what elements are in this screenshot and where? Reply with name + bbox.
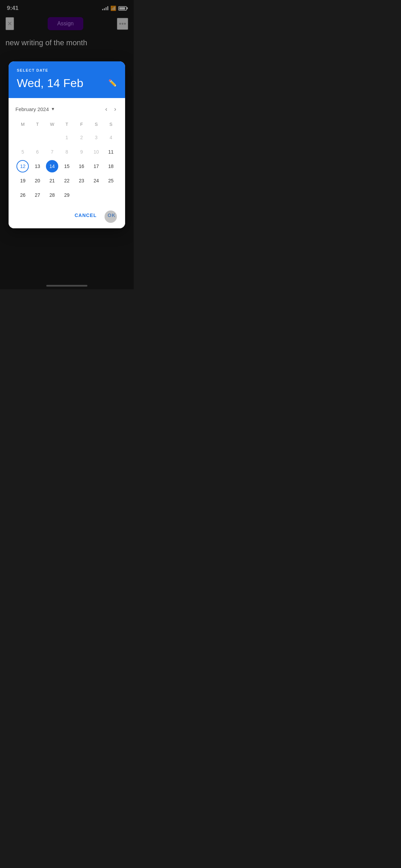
day-cell[interactable]: 8 — [61, 146, 73, 158]
calendar-body: February 2024 ▼ ‹ › M T W T F S S — [9, 98, 125, 206]
prev-month-button[interactable]: ‹ — [103, 104, 109, 115]
day-cell[interactable]: 17 — [90, 160, 102, 172]
day-cell[interactable]: 4 — [105, 131, 117, 144]
day-empty — [105, 189, 117, 201]
day-header-mon: M — [15, 120, 30, 130]
selected-date-row: Wed, 14 Feb ✏️ — [17, 76, 117, 90]
day-cell[interactable]: 19 — [16, 174, 29, 187]
day-empty — [75, 189, 88, 201]
day-empty — [31, 131, 44, 144]
day-cell[interactable]: 9 — [75, 146, 88, 158]
month-year-selector[interactable]: February 2024 ▼ — [15, 106, 55, 112]
day-empty — [90, 189, 102, 201]
dropdown-arrow-icon: ▼ — [51, 107, 55, 111]
day-cell[interactable]: 23 — [75, 174, 88, 187]
day-cell[interactable]: 18 — [105, 160, 117, 172]
day-header-wed: W — [45, 120, 60, 130]
next-month-button[interactable]: › — [112, 104, 118, 115]
day-cell[interactable]: 3 — [90, 131, 102, 144]
select-date-label: SELECT DATE — [17, 68, 117, 72]
day-header-sat: S — [89, 120, 104, 130]
month-nav: February 2024 ▼ ‹ › — [15, 104, 118, 115]
day-cell[interactable]: 16 — [75, 160, 88, 172]
day-cell[interactable]: 7 — [46, 146, 58, 158]
day-cell[interactable]: 13 — [31, 160, 44, 172]
day-cell[interactable]: 25 — [105, 174, 117, 187]
edit-icon[interactable]: ✏️ — [108, 79, 117, 87]
day-empty — [46, 131, 58, 144]
day-cell[interactable]: 21 — [46, 174, 58, 187]
day-cell[interactable]: 6 — [31, 146, 44, 158]
day-cell[interactable]: 1 — [61, 131, 73, 144]
day-cell[interactable]: 29 — [61, 189, 73, 201]
day-cell[interactable]: 26 — [16, 189, 29, 201]
day-header-sun: S — [104, 120, 118, 130]
day-cell[interactable]: 2 — [75, 131, 88, 144]
day-cell-today[interactable]: 12 — [16, 160, 29, 172]
date-picker-dialog: SELECT DATE Wed, 14 Feb ✏️ February 2024… — [9, 61, 125, 228]
day-cell[interactable]: 27 — [31, 189, 44, 201]
day-cell[interactable]: 20 — [31, 174, 44, 187]
days-grid: M T W T F S S 1 2 3 4 5 6 7 8 9 — [15, 120, 118, 202]
day-header-tue: T — [30, 120, 45, 130]
day-cell[interactable]: 24 — [90, 174, 102, 187]
day-cell[interactable]: 10 — [90, 146, 102, 158]
day-cell[interactable]: 11 — [105, 146, 117, 158]
day-cell[interactable]: 15 — [61, 160, 73, 172]
picker-header: SELECT DATE Wed, 14 Feb ✏️ — [9, 61, 125, 98]
modal-overlay: SELECT DATE Wed, 14 Feb ✏️ February 2024… — [0, 0, 134, 289]
dialog-actions: CANCEL OK — [9, 206, 125, 228]
selected-date-text: Wed, 14 Feb — [17, 76, 83, 90]
day-cell[interactable]: 22 — [61, 174, 73, 187]
day-cell[interactable]: 5 — [16, 146, 29, 158]
day-cell[interactable]: 28 — [46, 189, 58, 201]
nav-arrows: ‹ › — [103, 104, 118, 115]
day-header-thu: T — [60, 120, 74, 130]
ok-circle-overlay — [105, 210, 117, 223]
day-header-fri: F — [74, 120, 89, 130]
cancel-button[interactable]: CANCEL — [71, 209, 101, 221]
day-empty — [16, 131, 29, 144]
day-cell-selected[interactable]: 14 — [46, 160, 58, 172]
month-year-label: February 2024 — [15, 106, 49, 112]
